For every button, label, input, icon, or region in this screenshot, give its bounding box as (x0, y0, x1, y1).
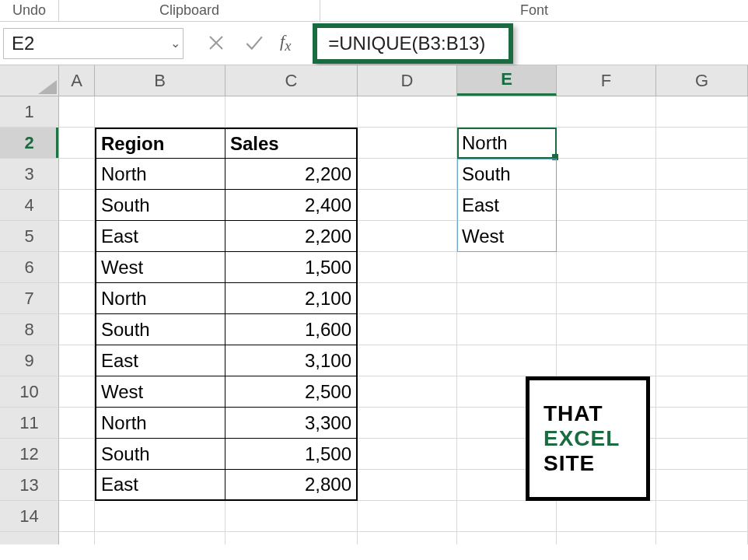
cell-G7[interactable] (656, 283, 748, 314)
cell-D13[interactable] (358, 470, 457, 501)
cell-F1[interactable] (557, 96, 656, 128)
cell-E2[interactable]: North (457, 128, 557, 159)
cell-B15[interactable] (95, 532, 225, 544)
cell-C1[interactable] (225, 96, 358, 128)
cell-A4[interactable] (59, 190, 95, 221)
cell-E3[interactable]: South (457, 159, 557, 190)
cell-G15[interactable] (656, 532, 748, 544)
cell-D4[interactable] (358, 190, 457, 221)
cell-B2[interactable]: Region (95, 128, 225, 159)
cell-C5[interactable]: 2,200 (225, 221, 358, 252)
cell-F4[interactable] (557, 190, 656, 221)
cell-A9[interactable] (59, 345, 95, 376)
column-header-E[interactable]: E (457, 65, 557, 96)
cell-E8[interactable] (457, 314, 557, 345)
cell-G1[interactable] (656, 96, 748, 128)
cell-E15[interactable] (457, 532, 557, 544)
cell-E4[interactable]: East (457, 190, 557, 221)
cell-F7[interactable] (557, 283, 656, 314)
cell-D7[interactable] (358, 283, 457, 314)
cell-F6[interactable] (557, 252, 656, 283)
cell-C12[interactable]: 1,500 (225, 439, 358, 470)
cell-E7[interactable] (457, 283, 557, 314)
row-header-8[interactable]: 8 (0, 314, 59, 345)
name-box-value[interactable]: E2 (4, 33, 167, 54)
cancel-icon[interactable] (205, 32, 227, 54)
row-header-5[interactable]: 5 (0, 221, 59, 252)
cell-C14[interactable] (225, 501, 358, 532)
cell-C2[interactable]: Sales (225, 128, 358, 159)
cell-D3[interactable] (358, 159, 457, 190)
cell-D10[interactable] (358, 376, 457, 408)
cell-F2[interactable] (557, 128, 656, 159)
cell-A1[interactable] (59, 96, 95, 128)
cell-B13[interactable]: East (95, 470, 225, 501)
column-header-D[interactable]: D (358, 65, 457, 96)
cell-A10[interactable] (59, 376, 95, 408)
cell-B4[interactable]: South (95, 190, 225, 221)
cell-D15[interactable] (358, 532, 457, 544)
row-header-3[interactable]: 3 (0, 159, 59, 190)
cell-G3[interactable] (656, 159, 748, 190)
row-header-9[interactable]: 9 (0, 345, 59, 376)
cell-C9[interactable]: 3,100 (225, 345, 358, 376)
cell-D12[interactable] (358, 439, 457, 470)
cell-D9[interactable] (358, 345, 457, 376)
cell-D8[interactable] (358, 314, 457, 345)
cell-G9[interactable] (656, 345, 748, 376)
row-header-6[interactable]: 6 (0, 252, 59, 283)
cell-D11[interactable] (358, 408, 457, 439)
row-header-14[interactable]: 14 (0, 501, 59, 532)
row-header-11[interactable]: 11 (0, 408, 59, 439)
column-header-F[interactable]: F (557, 65, 656, 96)
cell-G5[interactable] (656, 221, 748, 252)
cell-G8[interactable] (656, 314, 748, 345)
row-header-12[interactable]: 12 (0, 439, 59, 470)
cell-B8[interactable]: South (95, 314, 225, 345)
cell-B3[interactable]: North (95, 159, 225, 190)
cell-C10[interactable]: 2,500 (225, 376, 358, 408)
cell-F3[interactable] (557, 159, 656, 190)
row-header-2[interactable]: 2 (0, 128, 59, 159)
cell-E5[interactable]: West (457, 221, 557, 252)
cell-G10[interactable] (656, 376, 748, 408)
cell-B10[interactable]: West (95, 376, 225, 408)
cell-G4[interactable] (656, 190, 748, 221)
cell-G6[interactable] (656, 252, 748, 283)
cell-G2[interactable] (656, 128, 748, 159)
column-header-C[interactable]: C (225, 65, 358, 96)
cell-A6[interactable] (59, 252, 95, 283)
column-header-B[interactable]: B (95, 65, 225, 96)
row-header-10[interactable]: 10 (0, 376, 59, 408)
cell-E9[interactable] (457, 345, 557, 376)
cell-D1[interactable] (358, 96, 457, 128)
row-header-4[interactable]: 4 (0, 190, 59, 221)
cell-A3[interactable] (59, 159, 95, 190)
cell-F8[interactable] (557, 314, 656, 345)
cell-B9[interactable]: East (95, 345, 225, 376)
cell-A15[interactable] (59, 532, 95, 544)
name-box-dropdown-icon[interactable]: ⌄ (167, 36, 183, 51)
cell-D6[interactable] (358, 252, 457, 283)
cell-B12[interactable]: South (95, 439, 225, 470)
row-header-7[interactable]: 7 (0, 283, 59, 314)
row-header-1[interactable]: 1 (0, 96, 59, 128)
cell-A8[interactable] (59, 314, 95, 345)
cell-B5[interactable]: East (95, 221, 225, 252)
cell-F14[interactable] (557, 501, 656, 532)
cell-A13[interactable] (59, 470, 95, 501)
cell-F5[interactable] (557, 221, 656, 252)
cell-E14[interactable] (457, 501, 557, 532)
cell-C11[interactable]: 3,300 (225, 408, 358, 439)
cell-D14[interactable] (358, 501, 457, 532)
cell-C8[interactable]: 1,600 (225, 314, 358, 345)
cell-F15[interactable] (557, 532, 656, 544)
cell-G13[interactable] (656, 470, 748, 501)
fx-icon[interactable]: fx (280, 31, 297, 54)
select-all-corner[interactable] (0, 65, 59, 96)
cell-C3[interactable]: 2,200 (225, 159, 358, 190)
formula-bar-input[interactable]: =UNIQUE(B3:B13) (328, 33, 485, 54)
cell-B7[interactable]: North (95, 283, 225, 314)
cell-B11[interactable]: North (95, 408, 225, 439)
column-header-G[interactable]: G (656, 65, 748, 96)
